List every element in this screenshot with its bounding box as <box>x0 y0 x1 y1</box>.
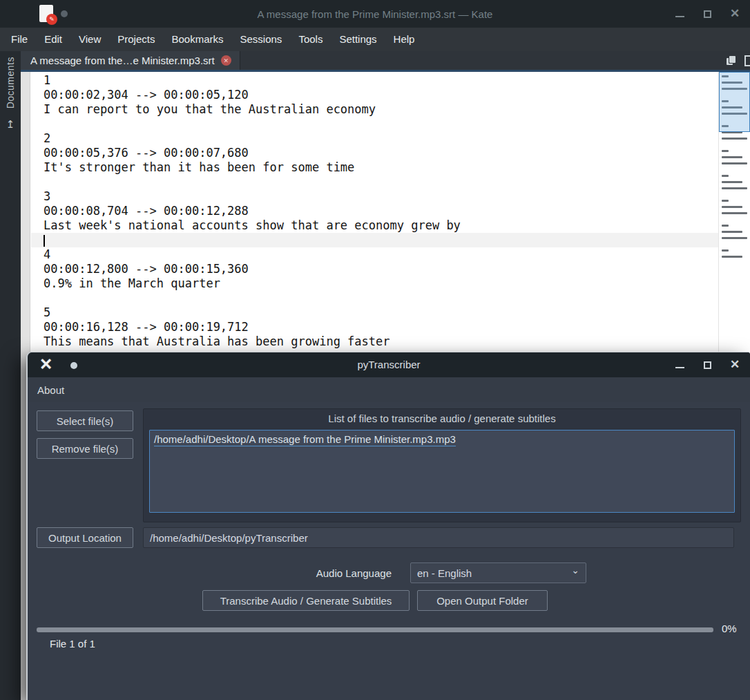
duplicate-document-icon[interactable] <box>727 56 736 66</box>
progress-percent-label: 0% <box>722 623 737 634</box>
editor-line[interactable]: 00:00:16,128 --> 00:00:19,712 <box>31 320 718 334</box>
kate-menubar: FileEditViewProjectsBookmarksSessionsToo… <box>0 28 750 51</box>
editor-line[interactable]: Last week's national accounts show that … <box>31 218 718 233</box>
tab-srt-file[interactable]: A message from the…e Minister.mp3.srt ✕ <box>21 51 240 70</box>
menu-item-tools[interactable]: Tools <box>290 28 331 51</box>
menu-item-about[interactable]: About <box>29 384 73 396</box>
editor-line[interactable]: This means that Australia has been growi… <box>31 334 718 349</box>
editor-line[interactable]: 2 <box>31 131 718 146</box>
minimap-line <box>722 200 729 202</box>
editor-line[interactable]: 00:00:05,376 --> 00:00:07,680 <box>31 146 718 160</box>
editor-line[interactable]: 4 <box>31 247 718 262</box>
editor-line[interactable] <box>31 291 718 305</box>
menu-item-bookmarks[interactable]: Bookmarks <box>163 28 231 51</box>
minimap-line <box>722 187 747 189</box>
file-list-group-title: List of files to transcribe audio / gene… <box>144 413 740 424</box>
kate-window-title: A message from the Prime Minister.mp3.sr… <box>0 8 750 20</box>
pytranscriber-window-title: pyTranscriber <box>28 352 750 377</box>
minimap-line <box>722 243 749 245</box>
editor-line[interactable]: 00:00:12,800 --> 00:00:15,360 <box>31 262 718 276</box>
minimap-line <box>722 162 747 164</box>
file-list-groupbox: List of files to transcribe audio / gene… <box>143 408 741 522</box>
close-icon[interactable]: ✕ <box>729 359 740 370</box>
menu-item-edit[interactable]: Edit <box>36 28 70 51</box>
minimap-line <box>722 156 742 158</box>
menu-item-settings[interactable]: Settings <box>331 28 385 51</box>
minimap-line <box>722 175 729 177</box>
menu-item-projects[interactable]: Projects <box>109 28 163 51</box>
editor-line[interactable]: I can report to you that the Australian … <box>31 102 718 117</box>
remove-files-button[interactable]: Remove file(s) <box>37 438 133 459</box>
editor-line[interactable]: 00:00:08,704 --> 00:00:12,288 <box>31 204 718 218</box>
editor-line[interactable] <box>31 175 718 189</box>
menu-item-help[interactable]: Help <box>385 28 423 51</box>
menu-item-sessions[interactable]: Sessions <box>232 28 291 51</box>
maximize-icon[interactable] <box>702 359 713 370</box>
select-files-button[interactable]: Select file(s) <box>37 410 133 431</box>
minimap-line <box>722 206 742 208</box>
editor-line[interactable] <box>31 233 718 247</box>
minimize-icon[interactable] <box>674 359 685 370</box>
editor-line[interactable]: It's stronger than it has been for some … <box>31 160 718 175</box>
minimap-line <box>722 193 749 196</box>
split-view-icon[interactable] <box>744 55 750 66</box>
editor-line[interactable]: 1 <box>31 73 718 88</box>
minimap-visible-region[interactable] <box>719 72 750 132</box>
audio-language-label: Audio Language <box>235 567 392 579</box>
editor-line[interactable]: 5 <box>31 305 718 320</box>
sidebar-item-documents[interactable]: Documents <box>5 57 16 108</box>
menu-item-view[interactable]: View <box>70 28 109 51</box>
minimap-scrollbar[interactable] <box>718 72 750 352</box>
minimap-line <box>722 181 742 183</box>
output-location-button[interactable]: Output Location <box>37 527 133 548</box>
minimap-line <box>722 150 729 152</box>
editor-line[interactable]: 3 <box>31 189 718 204</box>
progress-bar <box>37 627 713 632</box>
close-tab-icon[interactable]: ✕ <box>221 55 231 66</box>
minimap-line <box>722 144 749 146</box>
pytranscriber-window-controls: ✕ <box>674 352 740 377</box>
editor-line[interactable] <box>31 117 718 131</box>
menu-item-file[interactable]: File <box>3 28 36 51</box>
audio-language-dropdown[interactable]: en - English ⌄ <box>410 562 586 583</box>
editor-lines[interactable]: 100:00:02,304 --> 00:00:05,120I can repo… <box>31 73 718 349</box>
upload-arrow-icon: ↥ <box>6 118 15 131</box>
file-list-item[interactable]: /home/adhi/Desktop/A message from the Pr… <box>154 433 456 446</box>
minimap-line <box>722 225 729 227</box>
kate-window-controls: ✕ <box>674 0 740 28</box>
minimap-line <box>722 231 742 233</box>
file-list[interactable]: /home/adhi/Desktop/A message from the Pr… <box>149 430 735 513</box>
maximize-icon[interactable] <box>702 8 713 19</box>
pytranscriber-menubar: About <box>28 377 750 402</box>
text-cursor <box>44 235 45 247</box>
editor-line[interactable]: 0.9% in the March quarter <box>31 276 718 291</box>
chevron-down-icon: ⌄ <box>571 565 579 576</box>
documents-sidebar: Documents ↥ <box>0 51 21 700</box>
kate-titlebar: ✎ A message from the Prime Minister.mp3.… <box>0 0 750 28</box>
file-counter-label: File 1 of 1 <box>50 638 95 650</box>
close-icon[interactable]: ✕ <box>729 8 740 19</box>
minimap-line <box>722 218 749 220</box>
pytranscriber-titlebar: ✕ pyTranscriber ✕ <box>28 352 750 377</box>
transcribe-button[interactable]: Transcribe Audio / Generate Subtitles <box>202 590 410 611</box>
audio-language-value: en - English <box>417 567 472 579</box>
output-path-field[interactable]: /home/adhi/Desktop/pyTranscriber <box>143 527 734 548</box>
pytranscriber-window: ✕ pyTranscriber ✕ About Select file(s) R… <box>26 352 750 700</box>
minimap-line <box>722 212 747 214</box>
tab-label: A message from the…e Minister.mp3.srt <box>30 55 215 66</box>
open-output-folder-button[interactable]: Open Output Folder <box>417 590 548 611</box>
minimap-line <box>722 256 742 258</box>
minimap-line <box>722 169 749 171</box>
screen: ✎ A message from the Prime Minister.mp3.… <box>0 0 750 700</box>
minimap-line <box>722 138 747 140</box>
kate-tabbar: A message from the…e Minister.mp3.srt ✕ <box>21 51 750 70</box>
minimize-icon[interactable] <box>674 8 685 19</box>
minimap-line <box>722 237 747 239</box>
minimap-line <box>722 249 729 252</box>
editor-line[interactable]: 00:00:02,304 --> 00:00:05,120 <box>31 88 718 102</box>
tabbar-icons <box>727 51 750 70</box>
